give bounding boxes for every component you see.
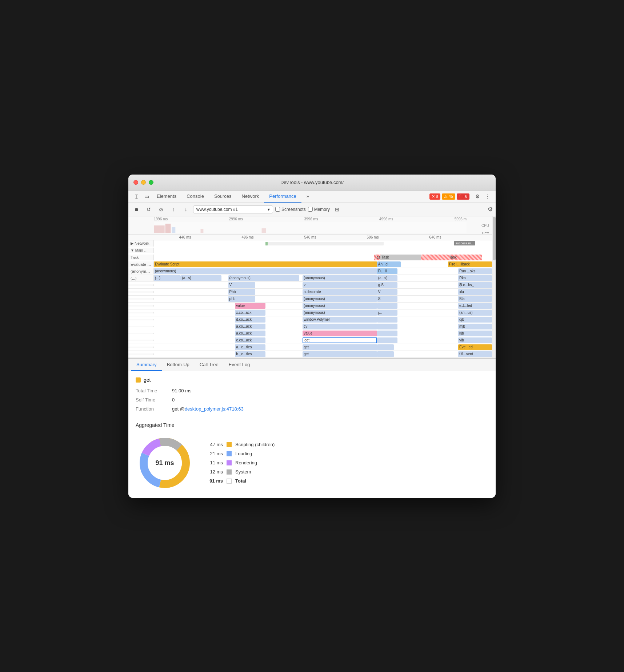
flame-bar-1-1[interactable]: An...d — [377, 261, 401, 267]
refresh-icon[interactable]: ↺ — [144, 204, 154, 215]
flame-bar-2-0[interactable]: (anonymous) — [154, 268, 377, 274]
flame-row-10[interactable]: a.co...ackcymjb — [128, 323, 492, 330]
flame-bar-4-1[interactable]: v — [303, 282, 377, 288]
vertical-scrollbar[interactable] — [492, 216, 496, 358]
flame-row-4[interactable]: Vvg.S$i.e...ks_ — [128, 282, 492, 289]
flame-bar-7-2[interactable] — [377, 303, 397, 309]
tab-event-log[interactable]: Event Log — [224, 359, 255, 371]
address-input[interactable]: www.youtube.com #1 ▾ — [193, 205, 273, 213]
flame-bar-13-1[interactable]: get — [303, 344, 377, 350]
flame-bar-12-2[interactable] — [377, 337, 397, 343]
flame-row-3[interactable]: (...)(...)(a...s)(anonymous)(anonymous)(… — [128, 275, 492, 282]
flame-bar-0-1[interactable]: Task — [380, 255, 421, 260]
flame-bar-5-0[interactable]: Phb — [228, 289, 255, 295]
flame-bar-10-1[interactable]: cy — [303, 324, 377, 329]
flame-row-8[interactable]: x.co...ack(anonymous)j...(an...us) — [128, 309, 492, 316]
flame-bar-3-2[interactable]: (anonymous) — [228, 275, 299, 281]
device-icon[interactable]: ▭ — [141, 191, 152, 201]
tab-network[interactable]: Network — [237, 191, 264, 203]
flame-row-6[interactable]: phb(anonymous)SBla — [128, 296, 492, 303]
flame-bar-13-2[interactable] — [377, 344, 394, 350]
tab-console[interactable]: Console — [181, 191, 209, 203]
screenshots-checkbox[interactable]: Screenshots — [275, 207, 306, 212]
flame-row-0[interactable]: TaskTaskTaskTask — [128, 254, 492, 261]
flame-bar-14-0[interactable]: b._e...ties — [235, 351, 265, 357]
flame-bar-2-2[interactable]: Run ...sks — [458, 268, 492, 274]
flame-row-9[interactable]: d.co...ackwindow.Polymerqjb — [128, 316, 492, 323]
tab-bottom-up[interactable]: Bottom-Up — [162, 359, 195, 371]
flame-bar-9-3[interactable]: qjb — [458, 317, 492, 323]
flame-row-11[interactable]: a.co...ackvaluekjb — [128, 330, 492, 337]
flame-bar-6-1[interactable]: (anonymous) — [303, 296, 377, 302]
flame-bar-9-0[interactable]: d.co...ack — [235, 317, 265, 323]
tab-performance[interactable]: Performance — [264, 191, 301, 203]
flame-bar-4-0[interactable]: V — [228, 282, 255, 288]
clear-icon[interactable]: ⊘ — [156, 204, 166, 215]
flame-bar-12-3[interactable]: yib — [458, 337, 492, 343]
flame-bar-8-2[interactable]: j... — [377, 310, 397, 316]
upload-icon[interactable]: ↑ — [168, 204, 179, 215]
flame-bar-1-0[interactable]: Evaluate Script — [154, 261, 377, 267]
function-link[interactable]: desktop_polymer.js:4718:63 — [185, 406, 244, 412]
flame-bar-8-1[interactable]: (anonymous) — [303, 310, 377, 316]
flame-row-14[interactable]: b._e...tiesgetf.fi...vent — [128, 351, 492, 358]
minimize-button[interactable] — [141, 180, 146, 185]
flame-bar-2-1[interactable]: Fu...ll — [377, 268, 397, 274]
flame-bar-4-3[interactable]: $i.e...ks_ — [458, 282, 492, 288]
cursor-icon[interactable]: ⌶ — [131, 191, 141, 201]
flame-bar-14-2[interactable] — [377, 351, 394, 357]
flame-bar-11-0[interactable]: a.co...ack — [235, 331, 265, 336]
flame-bar-9-2[interactable] — [377, 317, 397, 323]
flame-bar-11-3[interactable]: kjb — [458, 331, 492, 336]
flame-bar-6-3[interactable]: Bla — [458, 296, 492, 302]
performance-settings-icon[interactable]: ⚙ — [488, 206, 493, 213]
flame-bar-9-1[interactable]: window.Polymer — [303, 317, 377, 323]
capture-icon[interactable]: ⊞ — [332, 204, 342, 215]
flame-row-13[interactable]: a._e...tiesgetEve...ed — [128, 344, 492, 351]
flame-row-12[interactable]: e.co...ackgetyib — [128, 337, 492, 344]
flame-bar-13-3[interactable]: Eve...ed — [458, 344, 492, 350]
download-icon[interactable]: ↓ — [181, 204, 191, 215]
tab-sources[interactable]: Sources — [209, 191, 237, 203]
scrollbar-thumb[interactable] — [493, 217, 496, 260]
flame-bar-5-3[interactable]: xla — [458, 289, 492, 295]
tab-summary[interactable]: Summary — [131, 359, 162, 371]
flame-bar-4-2[interactable]: g.S — [377, 282, 397, 288]
flame-bar-12-0[interactable]: e.co...ack — [235, 337, 265, 343]
warning-badge[interactable]: ⚠45 — [442, 193, 455, 200]
error-badge[interactable]: ✕8 — [429, 193, 440, 200]
flame-bar-13-0[interactable]: a._e...ties — [235, 344, 265, 350]
info-badge[interactable]: 🚫6 — [457, 193, 469, 200]
flame-bar-7-1[interactable]: (anonymous) — [303, 303, 377, 309]
flame-bar-3-3[interactable]: (anonymous) — [303, 275, 377, 281]
flame-row-7[interactable]: value(anonymous)e.J...led — [128, 303, 492, 309]
tab-more[interactable]: » — [301, 191, 314, 203]
close-button[interactable] — [133, 180, 138, 185]
flame-chart[interactable]: TaskTaskTaskTaskEvaluate ScriptEvaluate … — [128, 254, 492, 358]
dropdown-icon[interactable]: ▾ — [268, 207, 270, 212]
flame-bar-6-0[interactable]: phb — [228, 296, 255, 302]
tab-elements[interactable]: Elements — [152, 191, 181, 203]
flame-bar-3-0[interactable]: (...) — [154, 275, 181, 281]
flame-bar-14-3[interactable]: f.fi...vent — [458, 351, 492, 357]
memory-checkbox[interactable]: Memory — [308, 207, 330, 212]
flame-bar-10-0[interactable]: a.co...ack — [235, 324, 265, 329]
flame-bar-10-2[interactable] — [377, 324, 397, 329]
record-icon[interactable]: ⏺ — [131, 204, 141, 215]
more-icon[interactable]: ⋮ — [483, 191, 493, 201]
network-track[interactable]: ▶ Network success.m... — [128, 240, 492, 247]
flame-bar-8-3[interactable]: (an...us) — [458, 310, 492, 316]
flame-bar-10-3[interactable]: mjb — [458, 324, 492, 329]
flame-row-5[interactable]: Phba.decorateVxla — [128, 289, 492, 296]
mini-timeline[interactable]: 1996 ms 2996 ms 3996 ms 4996 ms 5996 m — [128, 216, 492, 235]
flame-bar-3-5[interactable]: Rka — [458, 275, 492, 281]
maximize-button[interactable] — [149, 180, 153, 185]
flame-bar-12-1[interactable]: get — [303, 337, 377, 343]
flame-bar-14-1[interactable]: get — [303, 351, 377, 357]
flame-bar-1-2[interactable]: Fire I...llback — [448, 261, 492, 267]
flame-row-2[interactable]: (anonymous)(anonymous)Fu...llRun ...sks — [128, 268, 492, 275]
flame-bar-3-1[interactable]: (a...s) — [181, 275, 221, 281]
flame-bar-6-2[interactable]: S — [377, 296, 397, 302]
flame-row-1[interactable]: Evaluate ScriptEvaluate ScriptAn...dFire… — [128, 261, 492, 268]
tab-call-tree[interactable]: Call Tree — [195, 359, 224, 371]
